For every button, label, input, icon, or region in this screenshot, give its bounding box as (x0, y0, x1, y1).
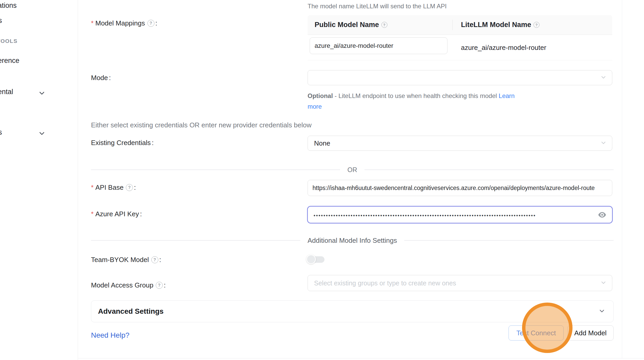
eye-icon[interactable] (598, 212, 606, 218)
api-base-label-text: API Base (95, 184, 123, 192)
team-byok-label: Team-BYOK Model ? : (91, 256, 161, 264)
existing-credentials-label-text: Existing Credentials (91, 139, 151, 147)
card-right-border (622, 0, 622, 358)
label-colon: : (152, 139, 154, 147)
model-access-group-label-text: Model Access Group (91, 281, 153, 289)
model-name-helper-text: The model name LiteLLM will send to the … (308, 3, 447, 10)
existing-credentials-value: None (308, 139, 330, 147)
existing-credentials-select[interactable]: None (308, 136, 612, 151)
need-help-link[interactable]: Need Help? (91, 331, 129, 339)
learn-more-link[interactable]: Learn (499, 92, 515, 99)
required-asterisk: * (91, 210, 94, 218)
or-divider-text: OR (347, 166, 357, 174)
divider-line (365, 169, 614, 170)
label-colon: : (164, 281, 166, 289)
chevron-down-icon (600, 279, 607, 287)
table-column-divider (452, 20, 453, 30)
sidebar: ations s TOOLS erence ental s (0, 0, 78, 360)
api-base-input[interactable] (308, 180, 612, 196)
card-bottom-border (78, 358, 644, 358)
api-base-label: * API Base ? : (91, 184, 136, 192)
label-colon: : (134, 184, 136, 192)
help-icon[interactable]: ? (126, 184, 133, 191)
azure-api-key-label-text: Azure API Key (95, 210, 139, 218)
additional-info-divider-text: Additional Model Info Settings (308, 237, 397, 245)
model-access-group-select[interactable]: Select existing groups or type to create… (308, 275, 612, 291)
chevron-down-icon (598, 307, 606, 316)
learn-more-link-line2[interactable]: more (308, 101, 534, 112)
divider-line (404, 240, 614, 241)
team-byok-toggle[interactable] (306, 254, 325, 265)
team-byok-label-text: Team-BYOK Model (91, 256, 149, 264)
sidebar-item-settings[interactable]: s (0, 128, 2, 136)
sidebar-section-tools: TOOLS (0, 38, 17, 44)
help-icon[interactable]: ? (151, 256, 158, 263)
sidebar-item-2[interactable]: s (0, 17, 2, 25)
label-colon: : (155, 19, 157, 27)
model-access-group-label: Model Access Group ? : (91, 281, 166, 289)
model-access-group-placeholder: Select existing groups or type to create… (308, 279, 456, 287)
add-model-button[interactable]: Add Model (567, 325, 614, 341)
sidebar-item-experimental[interactable]: ental (0, 88, 13, 96)
existing-credentials-label: Existing Credentials : (91, 139, 154, 147)
label-colon: : (140, 210, 142, 218)
help-icon[interactable]: ? (381, 22, 387, 28)
help-icon[interactable]: ? (534, 22, 539, 28)
sidebar-item-inference[interactable]: erence (0, 57, 19, 65)
masked-api-key-value: ••••••••••••••••••••••••••••••••••••••••… (314, 211, 598, 218)
toggle-knob (306, 254, 316, 264)
public-model-name-header: Public Model Name ? (308, 21, 452, 29)
additional-info-divider: Additional Model Info Settings (91, 236, 614, 245)
model-mappings-label-text: Model Mappings (95, 19, 145, 27)
model-mappings-label: * Model Mappings ? : (91, 19, 157, 27)
advanced-settings-label: Advanced Settings (98, 307, 164, 316)
chevron-down-icon[interactable] (38, 130, 45, 138)
public-model-name-input[interactable] (310, 37, 447, 54)
model-mappings-table-header: Public Model Name ? LiteLLM Model Name ? (308, 15, 612, 35)
mode-label-text: Mode (91, 74, 108, 82)
litellm-model-name-header-text: LiteLLM Model Name (461, 21, 531, 29)
chevron-down-icon (600, 139, 607, 147)
mode-helper-text: Optional - LiteLLM endpoint to use when … (308, 90, 534, 112)
advanced-settings-panel[interactable]: Advanced Settings (91, 300, 614, 322)
public-model-name-header-text: Public Model Name (315, 21, 379, 29)
litellm-model-name-header: LiteLLM Model Name ? (452, 21, 539, 29)
credentials-note: Either select existing credentials OR en… (91, 121, 311, 129)
azure-api-key-label: * Azure API Key : (91, 210, 142, 218)
help-icon[interactable]: ? (147, 20, 154, 27)
add-model-form-screen: ations s TOOLS erence ental s The model … (0, 0, 644, 360)
model-mappings-table-row: azure_ai/azure-model-router (308, 35, 612, 60)
label-colon: : (159, 256, 161, 264)
mode-label: Mode : (91, 74, 111, 82)
litellm-model-name-value: azure_ai/azure-model-router (461, 35, 546, 60)
help-icon[interactable]: ? (156, 282, 163, 289)
divider-line (91, 169, 340, 170)
test-connect-button[interactable]: Test Connect (509, 325, 564, 341)
azure-api-key-input[interactable]: ••••••••••••••••••••••••••••••••••••••••… (307, 206, 613, 224)
or-divider: OR (91, 165, 614, 174)
chevron-down-icon (600, 74, 607, 82)
required-asterisk: * (91, 19, 94, 27)
mode-select[interactable] (308, 70, 612, 85)
required-asterisk: * (91, 184, 94, 191)
sidebar-item-1[interactable]: ations (0, 2, 17, 10)
model-mappings-table: Public Model Name ? LiteLLM Model Name ?… (308, 15, 612, 60)
label-colon: : (109, 74, 111, 82)
optional-bold: Optional (308, 92, 333, 99)
chevron-down-icon[interactable] (38, 90, 45, 97)
mode-helper-line1: Optional - LiteLLM endpoint to use when … (308, 90, 534, 101)
mode-helper-body: - LiteLLM endpoint to use when health ch… (333, 92, 499, 99)
divider-line (91, 240, 300, 241)
